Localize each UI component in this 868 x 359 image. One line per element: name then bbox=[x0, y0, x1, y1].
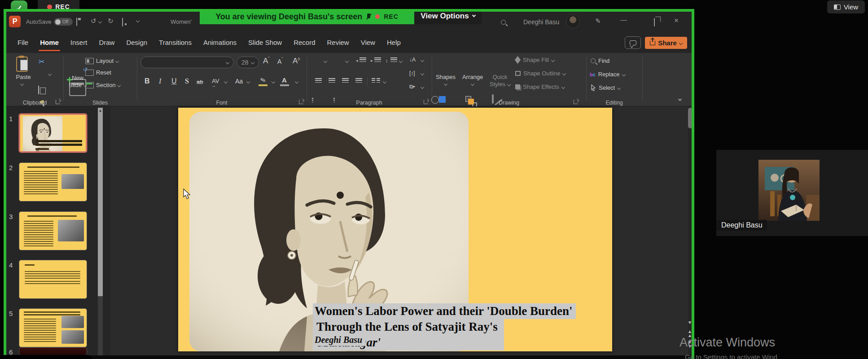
arrange-chevron-icon[interactable] bbox=[471, 82, 474, 86]
font-name-combobox[interactable] bbox=[140, 57, 234, 68]
numbering-chevron-icon[interactable] bbox=[345, 59, 349, 63]
smartart-chevron-icon[interactable] bbox=[421, 85, 424, 89]
tab-home[interactable]: Home bbox=[34, 35, 65, 50]
align-left-icon[interactable] bbox=[315, 78, 322, 83]
autosave-toggle[interactable]: Off bbox=[54, 18, 73, 26]
change-case-button[interactable]: Aa bbox=[235, 78, 243, 85]
paste-button[interactable]: Paste bbox=[11, 74, 36, 80]
shape-effects-button[interactable]: Shape Effects bbox=[515, 83, 565, 90]
grow-font-button[interactable]: Aˆ bbox=[263, 57, 270, 66]
arrange-button[interactable]: Arrange bbox=[459, 74, 487, 80]
tab-file[interactable]: File bbox=[12, 35, 34, 50]
collapse-ribbon-icon[interactable] bbox=[678, 97, 682, 101]
slide-thumbnail-4[interactable] bbox=[19, 260, 87, 299]
clipboard-dialog-launcher[interactable] bbox=[56, 100, 60, 104]
bold-button[interactable]: B bbox=[145, 77, 150, 85]
view-options-dropdown[interactable]: View Options bbox=[414, 12, 482, 24]
tab-slideshow[interactable]: Slide Show bbox=[242, 35, 288, 50]
start-slideshow-icon[interactable] bbox=[122, 18, 123, 26]
align-text-icon[interactable]: [↕] bbox=[409, 70, 415, 76]
shape-outline-button[interactable]: Shape Outline bbox=[515, 70, 566, 77]
tab-animations[interactable]: Animations bbox=[197, 35, 242, 50]
spacing-chevron-icon[interactable] bbox=[224, 80, 228, 83]
copy-icon[interactable] bbox=[38, 86, 39, 94]
shapes-button[interactable]: Shapes bbox=[433, 74, 459, 80]
tab-review[interactable]: Review bbox=[321, 35, 355, 50]
align-center-icon[interactable] bbox=[329, 78, 335, 83]
shrink-font-button[interactable]: Aˇ bbox=[277, 58, 283, 65]
restore-button[interactable] bbox=[654, 18, 655, 26]
undo-icon[interactable]: ↺ bbox=[91, 18, 96, 25]
columns-icon[interactable] bbox=[372, 78, 375, 83]
select-button[interactable]: Select bbox=[591, 84, 620, 91]
customize-toolbar-icon[interactable] bbox=[136, 19, 140, 22]
replace-button[interactable]: bcReplace bbox=[590, 71, 625, 78]
align-text-chevron-icon[interactable] bbox=[421, 72, 424, 75]
participant-video[interactable] bbox=[758, 160, 820, 221]
text-direction-chevron-icon[interactable] bbox=[421, 58, 424, 62]
redo-icon[interactable]: ↻ bbox=[108, 18, 114, 25]
current-slide[interactable]: Women's Labor Power and their 'Double Bu… bbox=[178, 108, 612, 351]
account-name[interactable]: Deeghi Basu bbox=[523, 18, 559, 26]
tab-help[interactable]: Help bbox=[381, 35, 407, 50]
italic-button[interactable]: I bbox=[159, 77, 161, 85]
font-color-icon[interactable]: A bbox=[282, 76, 287, 84]
align-right-icon[interactable] bbox=[342, 78, 349, 83]
scroll-up-icon[interactable]: ▲ bbox=[99, 108, 102, 296]
text-shadow-button[interactable]: S bbox=[185, 77, 189, 85]
paste-chevron-icon[interactable] bbox=[20, 82, 24, 86]
slide-thumbnail-1[interactable] bbox=[19, 114, 87, 153]
zoom-view-button[interactable]: View bbox=[827, 0, 865, 13]
shapes-chevron-icon[interactable] bbox=[444, 82, 447, 86]
case-chevron-icon[interactable] bbox=[246, 80, 250, 83]
paragraph-dialog-launcher[interactable] bbox=[424, 100, 428, 104]
shape-fill-button[interactable]: Shape Fill bbox=[515, 57, 554, 63]
undo-chevron-icon[interactable] bbox=[98, 20, 102, 23]
bullets-chevron-icon[interactable] bbox=[324, 59, 327, 63]
paste-icon[interactable] bbox=[16, 57, 28, 72]
tab-view[interactable]: View bbox=[355, 35, 381, 50]
cut-icon[interactable]: ✂ bbox=[39, 57, 44, 66]
panel-scrollbar-thumb[interactable]: ▲ bbox=[98, 108, 103, 296]
tab-design[interactable]: Design bbox=[120, 35, 153, 50]
smartart-icon[interactable]: ⧉▸ bbox=[409, 83, 415, 90]
font-dialog-launcher[interactable] bbox=[299, 100, 303, 104]
slide-thumbnail-5[interactable] bbox=[19, 308, 87, 347]
scroll-down-icon[interactable]: ▼ bbox=[686, 320, 692, 324]
line-spacing-icon[interactable]: ↕ bbox=[386, 58, 388, 63]
slide-thumbnail-2[interactable] bbox=[19, 162, 87, 201]
justify-icon[interactable] bbox=[355, 78, 362, 83]
slide-scrollbar-thumb[interactable] bbox=[688, 108, 692, 128]
section-button[interactable]: Section bbox=[85, 82, 120, 88]
save-icon[interactable] bbox=[76, 18, 77, 26]
close-button[interactable]: × bbox=[674, 17, 679, 24]
columns-chevron-icon[interactable] bbox=[383, 80, 386, 83]
font-color-chevron-icon[interactable] bbox=[295, 80, 298, 83]
pen-icon[interactable]: ✎ bbox=[595, 18, 601, 25]
layout-button[interactable]: Layout bbox=[85, 57, 118, 64]
line-spacing-chevron-icon[interactable] bbox=[399, 59, 403, 63]
clear-formatting-button[interactable]: A◊ bbox=[293, 57, 300, 66]
highlight-pen-icon[interactable]: ✎ bbox=[259, 76, 267, 85]
increase-indent-icon[interactable]: ▸ bbox=[371, 58, 373, 63]
strikethrough-button[interactable]: ab bbox=[197, 79, 203, 85]
account-avatar[interactable] bbox=[566, 14, 580, 28]
minimize-button[interactable]: — bbox=[620, 16, 627, 23]
tab-transitions[interactable]: Transitions bbox=[153, 35, 197, 50]
decrease-indent-icon[interactable]: ◂ bbox=[356, 58, 358, 63]
comments-button[interactable] bbox=[625, 36, 641, 49]
find-button[interactable]: Find bbox=[591, 57, 609, 64]
slide-thumbnail-6[interactable] bbox=[19, 347, 87, 355]
share-button[interactable]: Share bbox=[645, 37, 687, 49]
quick-styles-button[interactable]: Quick bbox=[491, 74, 509, 80]
tab-draw[interactable]: Draw bbox=[93, 35, 120, 50]
font-size-combobox[interactable]: 28 bbox=[237, 57, 259, 68]
drawing-dialog-launcher[interactable] bbox=[574, 100, 578, 104]
highlight-chevron-icon[interactable] bbox=[272, 80, 275, 83]
tab-record[interactable]: Record bbox=[288, 35, 321, 50]
copy-chevron-icon[interactable] bbox=[48, 72, 52, 76]
search-icon[interactable] bbox=[501, 20, 506, 25]
reset-button[interactable]: Reset bbox=[85, 69, 111, 76]
slide-thumbnail-3[interactable] bbox=[19, 211, 87, 250]
quick-styles-dropdown[interactable]: Styles bbox=[487, 81, 513, 88]
